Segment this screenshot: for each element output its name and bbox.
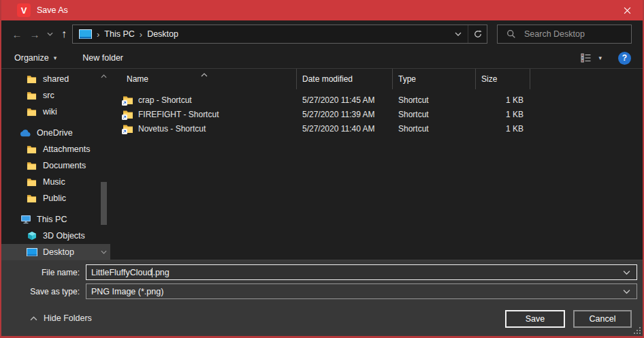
folder-shortcut-icon xyxy=(123,123,133,134)
sidebar-item-shared[interactable]: shared xyxy=(1,71,110,87)
save-fields: File name: LittleFluffyCloud.png Save as… xyxy=(1,260,643,305)
organize-button[interactable]: Organize ▾ xyxy=(14,53,57,63)
chevron-down-icon xyxy=(623,289,630,294)
sidebar-item-wiki[interactable]: wiki xyxy=(1,104,110,120)
dialog-footer: Hide Folders Save Cancel xyxy=(1,305,643,336)
sidebar-item-3d-objects[interactable]: 3D Objects xyxy=(1,228,110,244)
folder-icon xyxy=(26,161,37,170)
views-dropdown-caret-icon[interactable]: ▾ xyxy=(598,55,602,61)
folder-shortcut-icon xyxy=(123,95,133,105)
hide-folders-button[interactable]: Hide Folders xyxy=(30,313,92,323)
save-button[interactable]: Save xyxy=(505,310,565,328)
sidebar-item-attachments[interactable]: Attachments xyxy=(1,141,110,157)
sidebar-item-label: wiki xyxy=(43,107,57,117)
file-name: crap - Shortcut xyxy=(138,95,192,105)
address-bar: › This PC › Desktop xyxy=(72,25,487,44)
breadcrumb-this-pc[interactable]: This PC xyxy=(104,29,134,39)
column-header-date-modified[interactable]: Date modified xyxy=(297,69,393,89)
file-date: 5/27/2020 11:40 AM xyxy=(297,124,393,134)
shortcut-arrow-icon xyxy=(122,114,127,120)
navigation-bar: ← → ↑ › This PC › Desktop xyxy=(1,20,643,48)
close-icon xyxy=(624,7,631,14)
scroll-down-icon[interactable] xyxy=(100,250,108,254)
desktop-monitor-icon xyxy=(26,248,37,257)
sidebar-item-this-pc[interactable]: This PC xyxy=(1,211,110,228)
details-view-icon xyxy=(581,53,592,63)
file-size: 1 KB xyxy=(476,95,530,105)
sidebar-item-documents[interactable]: Documents xyxy=(1,157,110,174)
sidebar-item-label: Music xyxy=(43,177,65,187)
shortcut-arrow-icon xyxy=(122,100,127,106)
sidebar-item-src[interactable]: src xyxy=(1,87,110,104)
breadcrumb-separator-icon: › xyxy=(135,29,147,40)
file-name: Novetus - Shortcut xyxy=(138,124,206,134)
views-button[interactable] xyxy=(581,53,592,63)
folder-icon xyxy=(26,74,37,84)
column-label: Date modified xyxy=(302,74,353,84)
refresh-button[interactable] xyxy=(468,25,487,43)
sidebar-item-label: Attachments xyxy=(43,144,90,154)
save-as-dialog: V Save As ← → ↑ › This PC › Desktop xyxy=(0,0,644,338)
resize-grip[interactable] xyxy=(632,327,641,335)
save-as-type-select[interactable]: PNG Image (*.png) xyxy=(86,283,637,299)
recent-locations-chevron-icon[interactable] xyxy=(44,32,56,36)
file-size: 1 KB xyxy=(476,124,530,134)
new-folder-label: New folder xyxy=(82,53,123,63)
new-folder-button[interactable]: New folder xyxy=(82,53,123,63)
file-row-novetus-shortcut[interactable]: Novetus - Shortcut 5/27/2020 11:40 AM Sh… xyxy=(110,121,643,136)
column-label: Name xyxy=(127,74,148,84)
file-name-input[interactable]: LittleFluffyCloud.png xyxy=(86,264,637,280)
shortcut-arrow-icon xyxy=(122,129,127,134)
organize-label: Organize xyxy=(14,53,49,63)
search-input[interactable]: Search Desktop xyxy=(497,25,632,44)
file-name-value: LittleFluffyCloud xyxy=(91,268,152,277)
breadcrumb-separator-icon: › xyxy=(92,29,104,40)
file-type: Shortcut xyxy=(393,124,476,134)
column-label: Type xyxy=(398,74,416,84)
sidebar-item-label: Documents xyxy=(43,161,86,170)
column-headers: Name Date modified Type Size xyxy=(110,69,643,89)
cancel-button[interactable]: Cancel xyxy=(573,310,632,328)
forward-icon[interactable]: → xyxy=(26,29,44,40)
vivaldi-logo-icon[interactable]: V xyxy=(17,3,31,17)
scrollbar-thumb[interactable] xyxy=(101,182,107,225)
scroll-up-icon[interactable] xyxy=(100,74,108,78)
sidebar-item-desktop[interactable]: Desktop xyxy=(1,244,110,260)
onedrive-cloud-icon xyxy=(20,129,31,137)
sidebar-item-label: OneDrive xyxy=(37,128,73,138)
sidebar-item-label: shared xyxy=(43,74,69,84)
file-size: 1 KB xyxy=(476,110,530,119)
help-button[interactable]: ? xyxy=(618,52,631,65)
sidebar-item-public[interactable]: Public xyxy=(1,190,110,206)
file-name-value: .png xyxy=(152,268,169,277)
column-label: Size xyxy=(481,74,497,84)
file-row-crap-shortcut[interactable]: crap - Shortcut 5/27/2020 11:45 AM Short… xyxy=(110,93,643,107)
titlebar: V Save As xyxy=(1,0,643,20)
sidebar-item-onedrive[interactable]: OneDrive xyxy=(1,125,110,141)
sidebar-item-label: Desktop xyxy=(43,247,74,257)
folder-icon xyxy=(26,177,37,187)
column-header-name[interactable]: Name xyxy=(110,69,297,89)
sidebar-item-music[interactable]: Music xyxy=(1,174,110,190)
address-dropdown-button[interactable] xyxy=(449,25,468,43)
folder-shortcut-icon xyxy=(123,109,133,119)
column-header-type[interactable]: Type xyxy=(393,69,476,89)
sidebar-scrollbar xyxy=(100,69,108,260)
file-rows: crap - Shortcut 5/27/2020 11:45 AM Short… xyxy=(110,93,643,136)
breadcrumb-desktop[interactable]: Desktop xyxy=(147,29,178,39)
file-row-firefight-shortcut[interactable]: FIREFIGHT - Shortcut 5/27/2020 11:39 AM … xyxy=(110,107,643,121)
folder-icon xyxy=(26,194,37,203)
folder-icon xyxy=(26,91,37,100)
up-icon[interactable]: ↑ xyxy=(56,28,72,40)
back-icon[interactable]: ← xyxy=(8,29,26,40)
refresh-icon xyxy=(473,29,483,39)
close-button[interactable] xyxy=(611,0,643,20)
file-name: FIREFIGHT - Shortcut xyxy=(138,110,219,119)
chevron-up-icon xyxy=(30,316,37,321)
navigation-pane: shared src wiki OneDrive Attachments Doc… xyxy=(1,69,110,260)
chevron-down-icon[interactable] xyxy=(623,270,630,275)
folder-icon xyxy=(26,107,37,117)
sidebar-item-label: 3D Objects xyxy=(43,231,85,241)
column-header-size[interactable]: Size xyxy=(476,69,530,89)
sidebar-item-label: Public xyxy=(43,194,66,203)
